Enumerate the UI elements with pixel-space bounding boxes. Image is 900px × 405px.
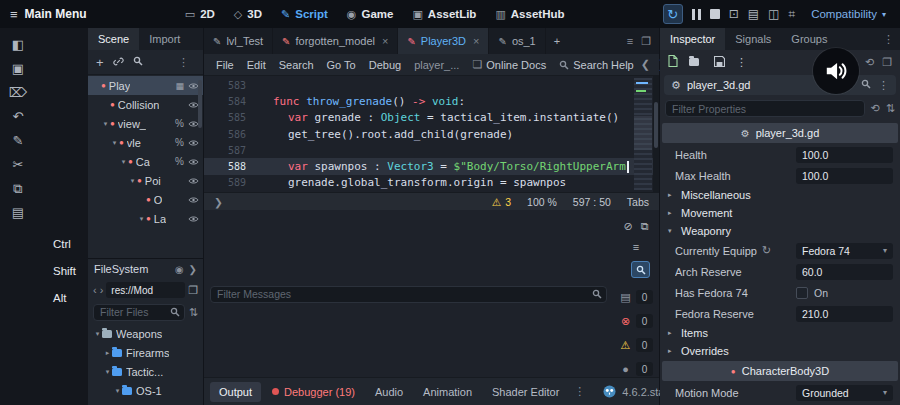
sort-properties-icon[interactable]: ⇅	[886, 102, 895, 115]
tab-scene[interactable]: Scene	[88, 28, 139, 50]
unique-name-icon[interactable]: %	[175, 118, 184, 129]
visibility-toggle-icon[interactable]	[188, 215, 199, 223]
expand-arrow-icon[interactable]: ▾	[119, 158, 128, 166]
line-number[interactable]: 586	[204, 129, 258, 140]
code-line[interactable]: 588var spawnpos : Vector3 = $"Body/Torso…	[204, 158, 659, 174]
online-docs-button[interactable]: ❏ Online Docs	[466, 56, 552, 73]
chevron-right-icon[interactable]: ❯	[189, 264, 197, 275]
panel-toggle-icon[interactable]: ◧	[7, 34, 29, 55]
scene-scrollbar[interactable]	[198, 80, 202, 128]
code-minimap[interactable]	[634, 78, 652, 190]
visibility-toggle-icon[interactable]	[188, 196, 199, 204]
undo-icon[interactable]: ↶	[7, 106, 29, 127]
menu-debug[interactable]: Debug	[363, 57, 407, 73]
dock-float-icon[interactable]: ❐	[882, 56, 892, 69]
filter-messages-input[interactable]	[210, 286, 607, 303]
inspector-group-row[interactable]: ▸Movement	[660, 204, 900, 222]
tab-list-icon[interactable]: ≡	[627, 35, 633, 47]
line-number[interactable]: 585	[204, 112, 258, 123]
code-line[interactable]: 585var grenade : Object = tactical_item.…	[204, 110, 659, 126]
line-number[interactable]: 584	[204, 96, 258, 107]
object-kebab-icon[interactable]: ⋮	[878, 79, 889, 92]
sort-files-icon[interactable]: ⇅	[189, 306, 198, 319]
code-line[interactable]: 584func throw_grenade() -> void:	[204, 93, 659, 109]
pause-button[interactable]	[692, 9, 701, 20]
nav-back-icon[interactable]: ‹	[93, 284, 97, 296]
property-value-field[interactable]: 60.0	[796, 264, 893, 280]
property-value-field[interactable]: 210.0	[796, 306, 893, 322]
expand-arrow-icon[interactable]: ▾	[110, 139, 119, 147]
code-line[interactable]: 589grenade.global_transform.origin = spa…	[204, 175, 659, 191]
output-filter-toggle-info[interactable]: ●0	[619, 362, 653, 376]
float-panel-icon[interactable]: ❐	[641, 35, 651, 48]
line-number[interactable]: 587	[204, 145, 258, 156]
save-resource-icon[interactable]	[714, 56, 725, 69]
close-tab-icon[interactable]: ×	[473, 35, 479, 47]
expand-arrow-icon[interactable]: ▾	[113, 387, 122, 395]
scene-node-row[interactable]: ▾●La	[88, 209, 203, 228]
cut-icon[interactable]: ✂	[7, 154, 29, 175]
movie-maker-icon[interactable]: ▤	[748, 7, 759, 21]
property-value-field[interactable]: 100.0	[796, 168, 893, 184]
replay-scene-button[interactable]: ↻	[663, 4, 683, 24]
visibility-toggle-icon[interactable]	[188, 177, 199, 185]
visibility-toggle-icon[interactable]	[188, 158, 199, 166]
code-line[interactable]: 586get_tree().root.add_child(grenade)	[204, 126, 659, 142]
scene-node-row[interactable]: ●Play▦	[88, 76, 203, 95]
instance-options-icon[interactable]: ⌗	[788, 7, 795, 21]
minimap-viewport[interactable]	[634, 116, 652, 150]
scene-node-row[interactable]: ▾●Poi	[88, 171, 203, 190]
main-menu-button[interactable]: ≡ Main Menu	[10, 7, 87, 22]
inspector-group-row[interactable]: ▸Items	[660, 324, 900, 342]
property-history-icon[interactable]: ⟲	[871, 102, 880, 115]
code-line[interactable]: 587	[204, 142, 659, 158]
visibility-toggle-icon[interactable]	[188, 139, 199, 147]
file-tree-row[interactable]: ▾Tactic...	[88, 362, 203, 381]
history-back-icon[interactable]: ❮	[641, 58, 650, 71]
split-mode-icon[interactable]: ◉	[175, 264, 184, 275]
stop-button[interactable]	[710, 9, 720, 19]
tab-debugger[interactable]: Debugger (19)	[263, 382, 364, 402]
tab-import[interactable]: Import	[139, 28, 190, 50]
scene-node-row[interactable]: ▾●vle%	[88, 133, 203, 152]
add-node-button[interactable]: +	[96, 55, 104, 70]
inspector-group-row[interactable]: ▸Overrides	[660, 342, 900, 360]
expand-arrow-icon[interactable]: ▾	[101, 120, 110, 128]
current-path[interactable]: res://Mod	[106, 282, 185, 298]
new-resource-icon[interactable]	[668, 55, 678, 69]
nav-forward-icon[interactable]: ›	[100, 284, 104, 296]
scene-node-row[interactable]: ▾●view_%	[88, 114, 203, 133]
expand-arrow-icon[interactable]: ▾	[128, 177, 137, 185]
tab-output[interactable]: Output	[210, 382, 261, 402]
tab-shader-editor[interactable]: Shader Editor	[483, 382, 568, 402]
line-number[interactable]: 589	[204, 177, 258, 188]
unique-name-icon[interactable]: %	[175, 156, 184, 167]
tab-signals[interactable]: Signals	[725, 28, 781, 50]
scene-node-row[interactable]: ●O	[88, 190, 203, 209]
line-number[interactable]: 583	[204, 80, 258, 91]
code-line[interactable]: 583	[204, 77, 659, 93]
search-icon[interactable]	[133, 56, 143, 68]
inspector-group-row[interactable]: ▾Weaponry	[660, 222, 900, 240]
property-dropdown[interactable]: Fedora 74▾	[796, 243, 893, 259]
output-filter-toggle-error[interactable]: ⊗0	[619, 314, 653, 328]
output-filter-toggle-warning[interactable]: ⚠0	[619, 338, 653, 352]
tab-groups[interactable]: Groups	[781, 28, 837, 50]
workspace-script[interactable]: ✎Script	[273, 5, 336, 24]
new-tab-button[interactable]: +	[546, 28, 568, 54]
filter-properties-input[interactable]	[665, 100, 865, 117]
scene-node-row[interactable]: ▾●Ca%	[88, 152, 203, 171]
inspector-group-row[interactable]: ▸Miscellaneous	[660, 186, 900, 204]
delete-icon[interactable]: ⌦	[7, 82, 29, 103]
menu-goto[interactable]: Go To	[321, 57, 362, 73]
script-tab-lvl-test[interactable]: ✎ lvl_Test	[204, 28, 273, 54]
clear-output-icon[interactable]: ⊘	[623, 220, 632, 233]
edit-icon[interactable]: ✎	[7, 130, 29, 151]
workspace-assetlib[interactable]: ▣AssetLib	[404, 5, 484, 24]
code-scrollbar[interactable]	[653, 76, 659, 192]
script-tab-os1[interactable]: ✎ os_1	[489, 28, 545, 54]
file-tree-row[interactable]: ▾OS-1	[88, 381, 203, 400]
script-tab-forgotten-model[interactable]: ✎ forgotten_model ×	[273, 28, 398, 54]
script-tab-player3d[interactable]: ✎ Player3D ×	[398, 28, 489, 54]
expand-chevron-icon[interactable]: ❯	[214, 196, 223, 208]
